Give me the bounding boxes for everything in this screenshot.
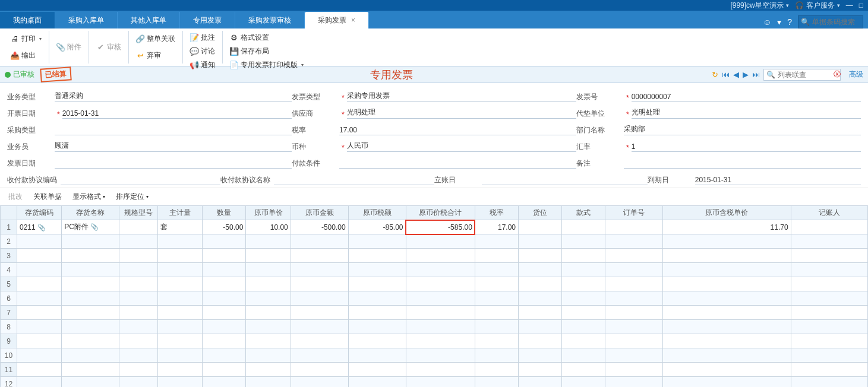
cell[interactable]: [562, 220, 605, 234]
col-header[interactable]: [1, 206, 17, 220]
cell[interactable]: [475, 377, 518, 388]
cell[interactable]: [519, 334, 562, 348]
col-header[interactable]: 原币含税单价: [663, 206, 791, 220]
cell[interactable]: [348, 363, 406, 377]
cell[interactable]: [562, 263, 605, 277]
cell[interactable]: [562, 277, 605, 291]
col-header[interactable]: 记账人: [791, 206, 867, 220]
table-row[interactable]: 8: [1, 320, 868, 334]
help-icon[interactable]: ?: [787, 17, 792, 27]
cell[interactable]: [406, 291, 475, 306]
cell[interactable]: [605, 249, 663, 263]
cell[interactable]: 0211 📎: [17, 220, 61, 234]
cell[interactable]: [519, 249, 562, 263]
cell[interactable]: [406, 363, 475, 377]
cell[interactable]: [157, 320, 202, 334]
cell[interactable]: [157, 363, 202, 377]
cell[interactable]: [605, 291, 663, 306]
col-header[interactable]: 税率: [475, 206, 518, 220]
col-header[interactable]: 原币单价: [246, 206, 291, 220]
cell[interactable]: [348, 249, 406, 263]
link-all-button[interactable]: 🔗整单关联: [132, 32, 179, 46]
cell[interactable]: [475, 306, 518, 320]
cell[interactable]: [663, 377, 791, 388]
cell[interactable]: [291, 348, 348, 363]
cell[interactable]: [17, 234, 61, 249]
cell[interactable]: [519, 363, 562, 377]
attach-button[interactable]: 📎附件: [53, 40, 85, 54]
cell[interactable]: [17, 320, 61, 334]
cell[interactable]: [62, 320, 119, 334]
cell[interactable]: [562, 334, 605, 348]
agreename-field[interactable]: [274, 184, 434, 185]
cell[interactable]: [663, 334, 791, 348]
cell[interactable]: [663, 291, 791, 306]
invno-field[interactable]: 0000000007: [632, 93, 861, 102]
cell[interactable]: [562, 363, 605, 377]
col-header[interactable]: 原币税额: [348, 206, 406, 220]
cell[interactable]: [348, 334, 406, 348]
last-icon[interactable]: ⏭: [752, 70, 760, 79]
cell[interactable]: [605, 348, 663, 363]
table-row[interactable]: 7: [1, 306, 868, 320]
table-row[interactable]: 3: [1, 249, 868, 263]
cell[interactable]: 4: [1, 263, 17, 277]
cell[interactable]: [246, 320, 291, 334]
table-row[interactable]: 5: [1, 277, 868, 291]
cell[interactable]: [291, 277, 348, 291]
duedate-field[interactable]: 2015-01-31: [695, 176, 861, 185]
cell[interactable]: [475, 363, 518, 377]
cell[interactable]: [246, 277, 291, 291]
cell[interactable]: [475, 234, 518, 249]
cell[interactable]: [157, 277, 202, 291]
postdate-field[interactable]: [482, 184, 648, 185]
cell[interactable]: [406, 263, 475, 277]
memo-field[interactable]: [624, 167, 861, 169]
cell[interactable]: [291, 249, 348, 263]
col-header[interactable]: 订单号: [605, 206, 663, 220]
cell[interactable]: [119, 220, 158, 234]
cell[interactable]: [17, 377, 61, 388]
col-header[interactable]: 原币金额: [291, 206, 348, 220]
cell[interactable]: [519, 277, 562, 291]
cell[interactable]: [246, 306, 291, 320]
cell[interactable]: [157, 306, 202, 320]
cell[interactable]: 1: [1, 220, 17, 234]
cell[interactable]: [605, 334, 663, 348]
cell[interactable]: [119, 263, 158, 277]
cell[interactable]: [62, 363, 119, 377]
cell[interactable]: [475, 249, 518, 263]
cell[interactable]: 11: [1, 363, 17, 377]
table-row[interactable]: 10: [1, 348, 868, 363]
cell[interactable]: [17, 291, 61, 306]
relate-doc-button[interactable]: 关联单据: [33, 192, 62, 202]
cell[interactable]: [475, 263, 518, 277]
cell[interactable]: [203, 263, 246, 277]
format-button[interactable]: ⚙格式设置: [226, 31, 307, 45]
cell[interactable]: [291, 306, 348, 320]
cell[interactable]: [62, 249, 119, 263]
display-format-button[interactable]: 显示格式▾: [72, 192, 105, 202]
print-button[interactable]: 🖨打印▾: [7, 32, 45, 46]
data-grid[interactable]: 存货编码存货名称规格型号主计量数量原币单价原币金额原币税额原币价税合计税率货位款…: [0, 205, 868, 387]
cell[interactable]: [246, 334, 291, 348]
cell[interactable]: [562, 234, 605, 249]
cell[interactable]: [157, 291, 202, 306]
cell[interactable]: [562, 291, 605, 306]
cell[interactable]: 10: [1, 348, 17, 363]
col-header[interactable]: 主计量: [157, 206, 202, 220]
cell[interactable]: [605, 377, 663, 388]
list-search[interactable]: 🔍 ⓧ: [763, 69, 841, 81]
col-header[interactable]: 规格型号: [119, 206, 158, 220]
inv-type-field[interactable]: 采购专用发票: [347, 91, 576, 102]
sales-field[interactable]: 顾潇: [55, 141, 292, 152]
cell[interactable]: [348, 234, 406, 249]
barcode-search[interactable]: 🔍: [798, 15, 863, 28]
cell[interactable]: [519, 220, 562, 234]
cell[interactable]: [791, 377, 867, 388]
cell[interactable]: 10.00: [246, 220, 291, 234]
buy-type-field[interactable]: [55, 134, 292, 135]
dept-field[interactable]: 采购部: [624, 124, 861, 135]
cell[interactable]: [348, 277, 406, 291]
cell[interactable]: [406, 320, 475, 334]
